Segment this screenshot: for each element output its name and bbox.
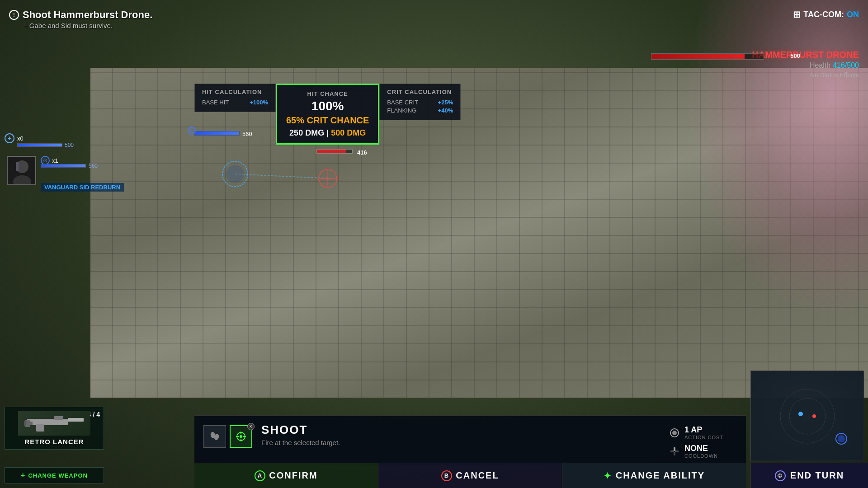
flanking-value: +40% xyxy=(438,107,453,114)
weapon-name: RETRO LANCER xyxy=(9,438,100,446)
confirm-label: CONFIRM xyxy=(269,470,317,481)
action-panel: ✕ SHOOT Fire at the selected target. 1 A… xyxy=(194,415,746,465)
action-stats: 1 AP ACTION COST NONE COOLDOWN xyxy=(669,423,737,459)
footsteps-icon xyxy=(209,431,221,442)
bottom-buttons: A CONFIRM B CANCEL ✦ CHANGE ABILITY xyxy=(194,463,746,488)
flanking-row: FLANKING +40% xyxy=(387,107,453,114)
cancel-button[interactable]: B CANCEL xyxy=(378,463,562,488)
confirm-button[interactable]: A CONFIRM xyxy=(194,463,378,488)
char1-health-num: 500 xyxy=(65,142,74,148)
change-ability-label: CHANGE ABILITY xyxy=(616,470,705,481)
char2-health-row: 560 xyxy=(41,163,98,169)
char1-ammo: x0 xyxy=(17,135,24,142)
ap-icon xyxy=(669,427,680,438)
change-weapon-plus-icon: + xyxy=(21,471,25,479)
dmg-crit: 500 DMG xyxy=(331,128,366,137)
taccom-label: TAC-COM: xyxy=(803,10,844,19)
objective: ! Shoot Hammerburst Drone. Gabe and Sid … xyxy=(9,9,152,29)
cooldown-value: NONE xyxy=(684,444,718,453)
change-weapon-label: CHANGE WEAPON xyxy=(28,472,87,479)
base-hit-label: BASE HIT xyxy=(202,99,229,106)
objective-title: ! Shoot Hammerburst Drone. xyxy=(9,9,152,21)
svg-point-34 xyxy=(798,412,803,416)
ap-cost-label: ACTION COST xyxy=(684,435,723,440)
char1-health-icon: + xyxy=(5,133,14,143)
svg-rect-13 xyxy=(36,424,44,432)
weapon-silhouette xyxy=(23,414,86,432)
hit-chance-value: 100% xyxy=(286,99,369,113)
cooldown-row: NONE COOLDOWN xyxy=(669,444,737,459)
action-icon-area: ✕ xyxy=(203,423,252,448)
char2-avatar xyxy=(7,156,36,185)
hit-chance-title: HIT CHANCE xyxy=(286,90,369,97)
minimap xyxy=(750,371,863,461)
svg-rect-27 xyxy=(674,447,675,451)
crit-chance: 65% CRIT CHANCE xyxy=(286,115,369,126)
end-turn-key: © xyxy=(775,470,786,481)
hit-calculation-panel: HIT CALCULATION BASE HIT +100% xyxy=(194,84,276,112)
action-name: SHOOT xyxy=(261,423,660,437)
svg-point-37 xyxy=(838,435,845,442)
enemy-health-value: 416/500 xyxy=(833,61,859,70)
taccom-icon: ⊞ xyxy=(793,9,801,20)
enemy-top-health-fill xyxy=(651,54,745,59)
svg-rect-10 xyxy=(27,419,68,425)
char2-health-fill xyxy=(41,164,85,167)
minimap-display xyxy=(751,371,864,461)
svg-point-20 xyxy=(240,435,242,438)
x-badge: ✕ xyxy=(247,423,255,430)
enemy-top-health-num: 500 xyxy=(790,52,800,59)
base-hit-row: BASE HIT +100% xyxy=(202,99,268,106)
base-crit-value: +25% xyxy=(438,99,453,106)
confirm-key: A xyxy=(255,470,265,481)
cancel-key: B xyxy=(441,470,452,481)
move-icon-button[interactable] xyxy=(203,425,226,448)
svg-point-35 xyxy=(812,414,816,418)
ui-layer: ! Shoot Hammerburst Drone. Gabe and Sid … xyxy=(0,0,868,488)
svg-rect-30 xyxy=(675,450,679,452)
svg-rect-29 xyxy=(670,450,674,452)
damage-values: 250 DMG | 500 DMG xyxy=(286,128,369,138)
ap-cost-value: 1 AP xyxy=(684,425,723,435)
svg-rect-11 xyxy=(54,416,63,420)
weapon-panel: 4 / 4 RETRO LANCER xyxy=(5,407,104,450)
enemy-name: HAMMERBURST DRONE xyxy=(752,50,859,60)
dmg-separator: | xyxy=(326,128,331,137)
crit-calc-title: CRIT CALCULATION xyxy=(387,89,453,95)
change-ability-button[interactable]: ✦ CHANGE ABILITY xyxy=(562,463,746,488)
char1-health-bar xyxy=(17,143,62,147)
change-ability-key: ✦ xyxy=(604,470,612,481)
char2-health-num: 560 xyxy=(89,163,98,169)
objective-subtitle: Gabe and Sid must survive. xyxy=(23,22,152,29)
action-description: Fire at the selected target. xyxy=(261,439,660,446)
hit-chance-panel: HIT CHANCE 100% 65% CRIT CHANCE 250 DMG … xyxy=(276,84,379,145)
enemy-info-panel: HAMMERBURST DRONE Health 416/500 No Stat… xyxy=(752,50,859,79)
taccom-indicator: ⊞ TAC-COM: ON xyxy=(793,9,859,20)
char1-health-fill xyxy=(18,144,62,146)
crit-calculation-panel: CRIT CALCULATION BASE CRIT +25% FLANKING… xyxy=(379,84,461,120)
move-icon-wrap xyxy=(203,425,226,448)
change-weapon-button[interactable]: + CHANGE WEAPON xyxy=(5,467,104,483)
char2-class: VANGUARD xyxy=(44,184,78,191)
enemy-health-label: Health xyxy=(810,61,830,70)
objective-main-text: Shoot Hammerburst Drone. xyxy=(23,9,152,21)
end-turn-label: END TURN xyxy=(790,470,844,481)
svg-point-26 xyxy=(672,431,677,435)
cooldown-icon xyxy=(669,446,680,457)
ap-cost-row: 1 AP ACTION COST xyxy=(669,425,737,440)
base-crit-label: BASE CRIT xyxy=(387,99,418,106)
svg-rect-28 xyxy=(674,452,675,455)
weapon-image xyxy=(18,411,90,436)
cooldown-info: NONE COOLDOWN xyxy=(684,444,718,459)
svg-rect-31 xyxy=(751,371,864,461)
cancel-label: CANCEL xyxy=(456,470,499,481)
shoot-icon-wrap: ✕ xyxy=(230,425,252,448)
base-hit-value: +100% xyxy=(250,99,268,106)
svg-rect-12 xyxy=(68,418,84,422)
crosshair-icon xyxy=(235,431,247,442)
enemy-top-health-bar xyxy=(651,53,764,60)
end-turn-button[interactable]: © END TURN xyxy=(750,463,868,488)
dmg-normal: 250 DMG xyxy=(289,128,324,137)
base-crit-row: BASE CRIT +25% xyxy=(387,99,453,106)
svg-rect-9 xyxy=(16,162,19,171)
